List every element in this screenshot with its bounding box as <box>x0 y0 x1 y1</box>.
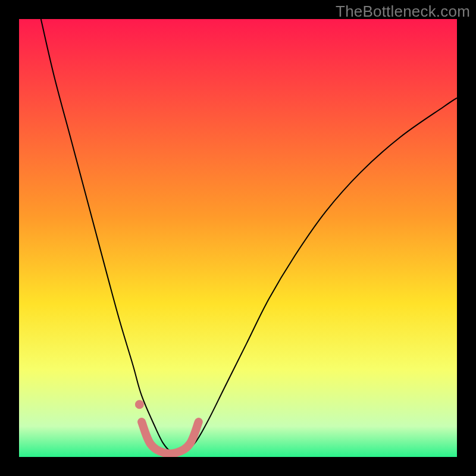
highlight-dot <box>135 400 144 409</box>
gradient-background <box>19 19 457 457</box>
chart-frame: TheBottleneck.com <box>0 0 476 476</box>
plot-area <box>19 19 457 457</box>
watermark-text: TheBottleneck.com <box>336 2 470 21</box>
bottleneck-chart <box>19 19 457 457</box>
